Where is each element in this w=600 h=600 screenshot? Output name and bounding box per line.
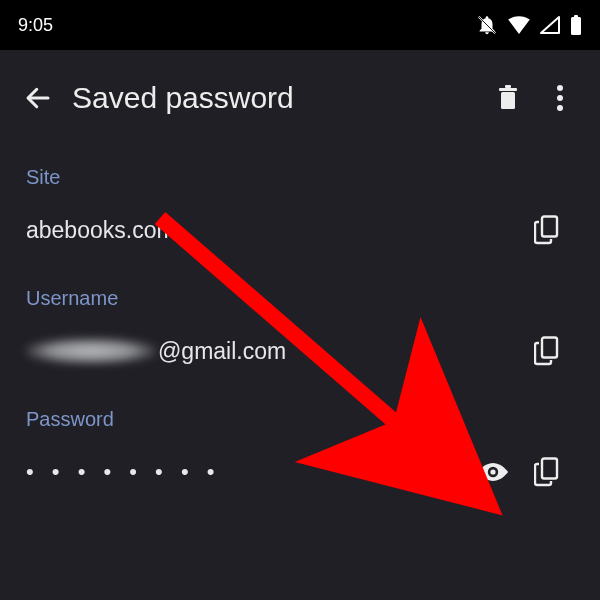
svg-rect-4 <box>501 92 515 109</box>
username-domain: @gmail.com <box>158 338 286 365</box>
copy-password-button[interactable] <box>520 445 574 499</box>
copy-username-button[interactable] <box>520 324 574 378</box>
svg-point-7 <box>557 85 563 91</box>
wifi-icon <box>508 16 530 34</box>
delete-button[interactable] <box>482 72 534 124</box>
username-section: Username @gmail.com <box>0 263 600 384</box>
svg-rect-10 <box>542 217 557 237</box>
password-label: Password <box>26 408 574 431</box>
show-password-button[interactable] <box>466 445 520 499</box>
svg-point-9 <box>557 105 563 111</box>
site-label: Site <box>26 166 574 189</box>
page-title: Saved password <box>72 81 482 115</box>
notifications-off-icon <box>476 14 498 36</box>
status-icons <box>476 14 582 36</box>
svg-rect-2 <box>571 17 581 35</box>
username-redacted <box>26 338 156 364</box>
svg-rect-11 <box>542 338 557 358</box>
password-value[interactable]: • • • • • • • • <box>26 459 466 485</box>
status-time: 9:05 <box>18 15 53 36</box>
password-section: Password • • • • • • • • <box>0 384 600 505</box>
status-bar: 9:05 <box>0 0 600 50</box>
username-label: Username <box>26 287 574 310</box>
cell-signal-icon <box>540 16 560 34</box>
svg-rect-14 <box>542 459 557 479</box>
site-section: Site abebooks.com <box>0 142 600 263</box>
back-button[interactable] <box>14 74 62 122</box>
svg-point-13 <box>490 469 495 474</box>
site-value[interactable]: abebooks.com <box>26 217 520 244</box>
svg-rect-6 <box>505 85 511 88</box>
svg-rect-3 <box>574 15 578 18</box>
more-options-button[interactable] <box>534 72 586 124</box>
svg-rect-5 <box>499 88 517 91</box>
username-value[interactable]: @gmail.com <box>26 338 520 365</box>
app-surface: Saved password Site abebooks.com <box>0 50 600 600</box>
copy-site-button[interactable] <box>520 203 574 257</box>
svg-point-8 <box>557 95 563 101</box>
app-bar: Saved password <box>0 54 600 142</box>
battery-icon <box>570 15 582 35</box>
